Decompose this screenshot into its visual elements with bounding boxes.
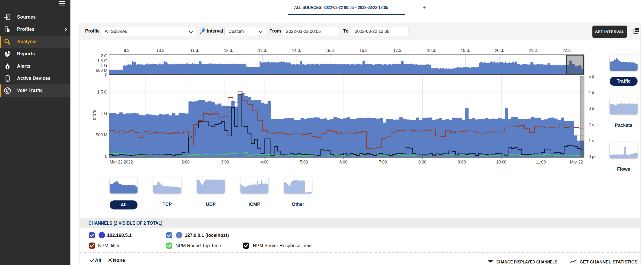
svg-text:PDF: PDF <box>635 29 639 31</box>
